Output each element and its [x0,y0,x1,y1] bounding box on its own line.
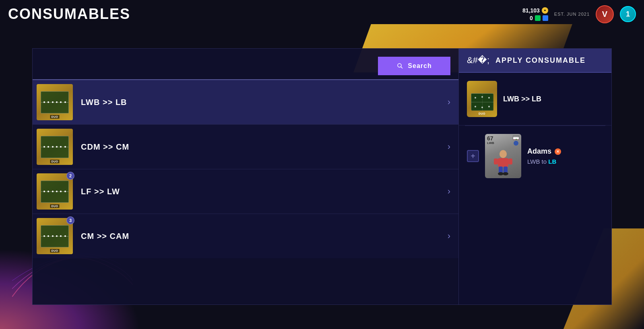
main-content: Search [32,48,612,305]
item-name-1: LWB >> LB [81,98,444,107]
player-name: Adams [527,147,551,156]
green-currency-icon [535,15,541,21]
search-button[interactable]: Search [378,57,450,75]
svg-rect-15 [498,158,508,167]
card-label-2: DUO [50,160,59,163]
player-silhouette [489,148,517,176]
est-badge: EST. JUN 2021 [554,12,590,16]
svg-point-10 [488,106,490,107]
consumables-list: DUO LWB >> LB › [33,79,458,304]
points-row: 0 [530,15,548,21]
svg-point-0 [398,64,401,67]
coins-row: 81,103 ● [522,7,548,14]
club-badge-icon: V [596,5,614,23]
card-label-1: DUO [50,115,59,119]
search-icon [396,62,404,70]
consumable-item-cdm-cm[interactable]: DUO CDM >> CM › [33,124,458,169]
conversion-from: LWB [527,158,540,165]
svg-point-8 [475,106,476,107]
player-card[interactable]: 67 LWB 🐉 [485,134,521,178]
svg-point-21 [503,172,508,175]
header: CONSUMABLES 81,103 ● 0 EST. JUN 2021 V 1 [0,0,644,28]
svg-point-5 [475,97,476,99]
svg-point-20 [498,172,504,175]
back-button[interactable]: &#�; [467,56,489,65]
flag-wales: 🐉 [513,136,519,140]
player-conversion: LWB to LB [527,158,603,165]
add-player-icon: + [467,150,479,162]
coin-icon: ● [542,7,548,14]
svg-rect-16 [494,158,498,164]
consumable-item-lf-lw[interactable]: DUO 2 LF >> LW › [33,169,458,214]
player-name-row: Adams ✕ [527,147,603,156]
svg-point-7 [488,97,490,99]
consumable-item-cm-cam[interactable]: DUO 3 CM >> CAM › [33,214,458,258]
card-thumbnail-2: DUO [37,129,73,165]
season-icon: 1 [620,6,636,22]
card-thumbnail-3: DUO 2 [37,173,73,210]
item-name-2: CDM >> CM [81,142,444,152]
chevron-icon-2: › [448,142,450,152]
card-label-4: DUO [50,249,59,253]
player-card-left: 67 LWB [487,136,494,145]
card-thumbnail-4: DUO 3 [37,218,73,254]
item-name-3: LF >> LW [81,187,444,196]
badge-count-4: 3 [66,216,74,224]
consumables-left-panel: Search [32,48,459,305]
apply-consumable-panel: &#�; APPLY CONSUMABLE [459,48,612,305]
player-section: + 67 LWB 🐉 [459,126,611,186]
player-rating: 67 [487,136,494,141]
apply-title: APPLY CONSUMABLE [495,56,586,65]
player-position: LWB [487,142,494,145]
blue-currency-icon [543,15,548,21]
player-flags: 🐉 [513,136,519,146]
currency-group: 81,103 ● 0 [522,7,548,21]
consumable-item-lwb-lb[interactable]: DUO LWB >> LB › [33,79,458,124]
chevron-icon-1: › [448,97,450,107]
points-value: 0 [530,15,533,21]
club-icon [514,141,518,146]
item-name-4: CM >> CAM [81,232,444,241]
search-bar-area: Search [33,49,458,79]
player-image-area [485,146,521,178]
conversion-to: LB [548,158,556,165]
consumable-name-display: LWB >> LB [503,95,541,103]
consumable-preview: DUO LWB >> LB [459,73,611,125]
chevron-icon-3: › [448,186,450,197]
svg-point-14 [500,150,507,158]
player-card-top: 67 LWB 🐉 [485,134,521,146]
player-info: Adams ✕ LWB to LB [527,147,603,165]
svg-rect-17 [508,158,512,164]
svg-point-9 [481,107,483,108]
svg-line-1 [401,67,402,68]
lock-icon: ✕ [555,148,561,155]
preview-tactics [471,93,493,110]
card-label-3: DUO [50,204,59,208]
badge-count-3: 2 [66,172,74,180]
conversion-arrow: to [542,158,549,165]
svg-point-6 [481,96,483,98]
header-right: 81,103 ● 0 EST. JUN 2021 V 1 [522,5,636,23]
page-title: CONSUMABLES [8,6,130,23]
card-thumbnail-1: DUO [37,84,73,120]
preview-card-label: DUO [479,112,485,115]
chevron-icon-4: › [448,231,450,241]
search-label: Search [408,62,431,70]
coins-value: 81,103 [522,7,540,14]
preview-card: DUO [467,81,497,117]
apply-header: &#�; APPLY CONSUMABLE [459,49,611,73]
